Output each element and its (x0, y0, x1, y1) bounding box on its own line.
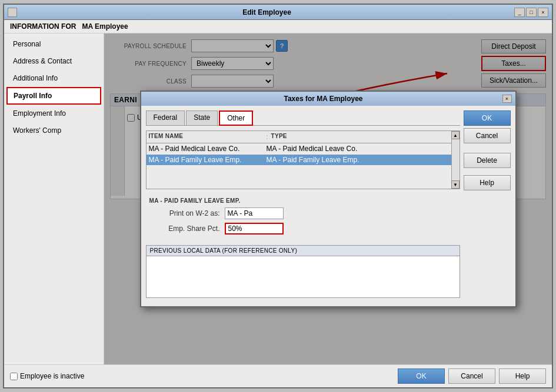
print-w2-input[interactable] (225, 207, 284, 219)
tab-other[interactable]: Other (219, 110, 253, 126)
info-label: INFORMATION FOR (10, 22, 76, 31)
prev-data-header: PREVIOUS LOCAL DATA (FOR REFERENCE ONLY) (147, 246, 460, 256)
main-cancel-button[interactable]: Cancel (448, 368, 495, 384)
modal-title-bar: Taxes for MA Employee × (141, 92, 515, 106)
row2-type: MA - Paid Family Leave Emp. (267, 156, 449, 164)
tab-federal[interactable]: Federal (146, 110, 185, 125)
modal-tabs: Federal State Other (146, 110, 460, 126)
col-type-header: TYPE (271, 133, 449, 141)
taxes-modal: Taxes for MA Employee × Federal (140, 91, 517, 307)
modal-help-button[interactable]: Help (464, 175, 511, 190)
window-title: Edit Employee (19, 8, 514, 16)
title-bar: Edit Employee _ □ × (4, 5, 552, 20)
bottom-bar-left: Employee is inactive (10, 372, 84, 380)
close-button[interactable]: × (538, 8, 548, 17)
row1-name: MA - Paid Medical Leave Co. (149, 145, 267, 153)
sidebar-item-payroll-info[interactable]: Payroll Info (6, 87, 101, 105)
main-ok-button[interactable]: OK (398, 368, 445, 384)
content-area: PAYROLL SCHEDULE ? PAY FREQUENCY Biweekl… (104, 33, 552, 364)
tax-table-container: ITEM NAME : TYPE MA - Paid Medical Leave… (146, 130, 460, 189)
inactive-checkbox-label: Employee is inactive (10, 372, 84, 380)
bottom-bar: Employee is inactive OK Cancel Help (4, 364, 552, 387)
modal-delete-button[interactable]: Delete (464, 153, 511, 168)
prev-data-body (147, 256, 460, 297)
print-w2-row: Print on W-2 as: (149, 207, 457, 219)
sidebar-item-workers-comp[interactable]: Workers' Comp (6, 122, 101, 139)
print-w2-label: Print on W-2 as: (149, 209, 220, 217)
table-row[interactable]: MA - Paid Medical Leave Co. MA - Paid Me… (147, 143, 451, 155)
modal-right-buttons: OK Cancel Delete Help (464, 110, 511, 301)
modal-close-button[interactable]: × (502, 95, 512, 103)
table-scrollbar[interactable]: ▲ ▼ (451, 131, 460, 189)
bottom-bar-right: OK Cancel Help (398, 368, 546, 384)
sidebar: Personal Address & Contact Additional In… (4, 33, 104, 364)
minimize-button[interactable]: _ (514, 8, 525, 17)
modal-cancel-button[interactable]: Cancel (464, 128, 511, 143)
sidebar-item-additional-info[interactable]: Additional Info (6, 70, 101, 86)
sidebar-item-address-contact[interactable]: Address & Contact (6, 53, 101, 69)
table-row[interactable]: MA - Paid Family Leave Emp. MA - Paid Fa… (147, 155, 451, 166)
info-bar: INFORMATION FOR MA Employee (4, 20, 552, 33)
tab-state[interactable]: State (186, 110, 218, 125)
sidebar-item-employment-info[interactable]: Employment Info (6, 105, 101, 122)
main-content: Personal Address & Contact Additional In… (4, 33, 552, 364)
modal-ok-button[interactable]: OK (464, 110, 511, 126)
employee-name: MA Employee (82, 22, 128, 31)
col-name-header: ITEM NAME (149, 133, 267, 141)
inactive-label: Employee is inactive (20, 372, 84, 380)
row1-type: MA - Paid Medical Leave Co. (267, 145, 449, 153)
modal-body: Federal State Other (141, 106, 515, 306)
modal-left: Federal State Other (146, 110, 460, 301)
emp-share-input[interactable] (225, 223, 284, 234)
maximize-button[interactable]: □ (526, 8, 537, 17)
main-window: Edit Employee _ □ × INFORMATION FOR MA E… (3, 4, 553, 388)
emp-share-row: Emp. Share Pct. (149, 223, 457, 234)
emp-share-label: Emp. Share Pct. (149, 225, 220, 233)
detail-title: MA - PAID FAMILY LEAVE EMP. (149, 197, 457, 204)
table-header: ITEM NAME : TYPE (147, 131, 451, 143)
inactive-checkbox[interactable] (10, 373, 18, 380)
sidebar-item-personal[interactable]: Personal (6, 36, 101, 52)
main-help-button[interactable]: Help (499, 368, 546, 384)
title-bar-controls: _ □ × (514, 8, 548, 17)
prev-data-section: PREVIOUS LOCAL DATA (FOR REFERENCE ONLY) (146, 245, 460, 298)
modal-title: Taxes for MA Employee (145, 95, 502, 103)
row2-name: MA - Paid Family Leave Emp. (149, 156, 267, 164)
modal-overlay: Taxes for MA Employee × Federal (104, 33, 552, 364)
window-icon (8, 8, 17, 17)
detail-section: MA - PAID FAMILY LEAVE EMP. Print on W-2… (146, 194, 460, 242)
